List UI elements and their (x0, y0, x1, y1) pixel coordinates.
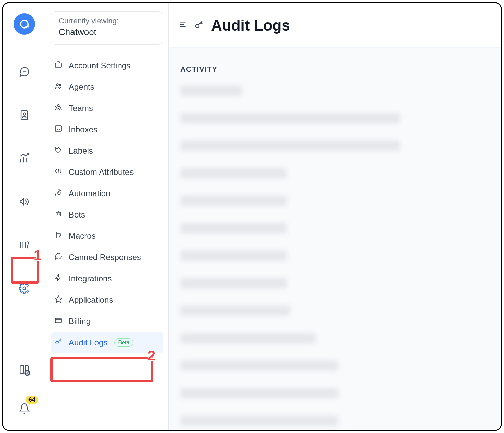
people-icon (54, 82, 62, 92)
star-icon (54, 295, 62, 305)
activity-row-redacted (180, 388, 338, 398)
svg-point-14 (57, 214, 58, 214)
sidebar-item-label: Bots (69, 210, 85, 220)
account-switcher[interactable]: Currently viewing: Chatwoot (51, 11, 163, 45)
code-icon (54, 167, 62, 177)
tag-icon (54, 146, 62, 156)
main-panel: Audit Logs ACTIVITY (169, 3, 501, 430)
sidebar-item-label: Automation (69, 189, 110, 198)
content-area: ACTIVITY (169, 48, 501, 430)
settings-nav-list: Account SettingsAgentsTeamsInboxesLabels… (51, 55, 163, 353)
rocket-icon (54, 188, 62, 199)
sidebar-item-inboxes[interactable]: Inboxes (51, 119, 163, 140)
nav-contacts[interactable] (15, 106, 34, 125)
sidebar-item-label: Macros (69, 231, 96, 241)
notification-count-badge: 64 (26, 396, 38, 404)
sidebar-item-audit-logs[interactable]: Audit LogsBeta (51, 332, 163, 353)
activity-row-redacted (180, 278, 287, 288)
inbox-icon (54, 124, 62, 135)
bot-icon (54, 210, 62, 220)
sidebar-item-label: Applications (69, 295, 113, 305)
page-header: Audit Logs (169, 3, 501, 48)
brand-logo[interactable] (14, 13, 35, 35)
settings-sidebar: Currently viewing: Chatwoot Account Sett… (46, 3, 169, 430)
menu-icon[interactable] (178, 20, 187, 31)
nav-conversations[interactable] (15, 62, 34, 81)
svg-point-3 (23, 287, 26, 290)
sidebar-item-canned-responses[interactable]: Canned Responses (51, 247, 163, 268)
app-window: 64 Currently viewing: Chatwoot Account S… (2, 2, 502, 431)
sidebar-item-label: Inboxes (69, 125, 98, 134)
activity-row-redacted (180, 306, 290, 316)
chat-bubble-icon (54, 252, 62, 263)
activity-row-redacted (180, 196, 287, 206)
sidebar-item-billing[interactable]: Billing (51, 311, 163, 332)
macro-icon (54, 231, 62, 241)
current-account-name: Chatwoot (59, 27, 156, 37)
currently-viewing-label: Currently viewing: (59, 16, 156, 25)
nav-docs[interactable] (15, 360, 34, 380)
nav-settings[interactable] (15, 279, 34, 298)
sidebar-item-labels[interactable]: Labels (51, 140, 163, 162)
sidebar-item-agents[interactable]: Agents (51, 76, 163, 98)
svg-point-6 (56, 84, 58, 86)
sidebar-item-label: Account Settings (69, 61, 130, 70)
svg-point-15 (59, 214, 60, 214)
svg-point-8 (58, 105, 59, 107)
sidebar-item-macros[interactable]: Macros (51, 225, 163, 247)
sidebar-item-bots[interactable]: Bots (51, 204, 163, 225)
key-icon (54, 337, 62, 348)
nav-campaigns[interactable] (15, 192, 34, 211)
activity-row-redacted (180, 333, 316, 343)
sidebar-item-applications[interactable]: Applications (51, 289, 163, 311)
activity-row-redacted (180, 86, 242, 96)
svg-point-18 (56, 341, 58, 344)
sidebar-item-label: Canned Responses (69, 253, 141, 262)
svg-rect-16 (55, 318, 61, 323)
svg-point-7 (59, 84, 61, 86)
sidebar-item-label: Custom Attributes (69, 167, 134, 177)
activity-row-redacted (180, 251, 287, 261)
sidebar-item-label: Audit Logs (69, 338, 107, 347)
activity-row-redacted (180, 113, 400, 123)
svg-point-12 (57, 148, 58, 149)
svg-point-2 (23, 113, 25, 115)
sidebar-item-label: Integrations (69, 274, 112, 284)
key-icon (194, 20, 204, 31)
nav-notifications[interactable]: 64 (15, 399, 34, 418)
briefcase-icon (54, 60, 62, 71)
activity-row-redacted (180, 415, 338, 426)
card-icon (54, 316, 62, 326)
svg-rect-5 (55, 63, 61, 67)
sidebar-item-custom-attributes[interactable]: Custom Attributes (51, 162, 163, 183)
sidebar-item-teams[interactable]: Teams (51, 98, 163, 119)
activity-row-redacted (180, 141, 400, 151)
activity-row-redacted (180, 168, 287, 178)
team-icon (54, 103, 62, 113)
activity-section-header: ACTIVITY (180, 65, 489, 74)
svg-point-10 (60, 106, 61, 107)
activity-row-redacted (180, 360, 338, 371)
page-title: Audit Logs (211, 17, 290, 34)
svg-rect-13 (56, 212, 61, 216)
svg-rect-11 (55, 126, 61, 131)
sidebar-item-account-settings[interactable]: Account Settings (51, 55, 163, 76)
primary-nav-rail: 64 (3, 3, 46, 430)
beta-badge: Beta (114, 338, 133, 347)
sidebar-item-integrations[interactable]: Integrations (51, 268, 163, 289)
svg-point-9 (56, 106, 57, 107)
sidebar-item-label: Labels (69, 146, 93, 156)
bolt-icon (54, 274, 62, 284)
sidebar-item-label: Billing (69, 317, 91, 326)
svg-point-22 (196, 24, 199, 27)
nav-reports[interactable] (15, 149, 34, 168)
sidebar-item-label: Teams (69, 103, 93, 113)
sidebar-item-automation[interactable]: Automation (51, 183, 163, 204)
nav-help-center[interactable] (15, 235, 34, 255)
sidebar-item-label: Agents (69, 82, 94, 92)
activity-row-redacted (180, 223, 287, 233)
